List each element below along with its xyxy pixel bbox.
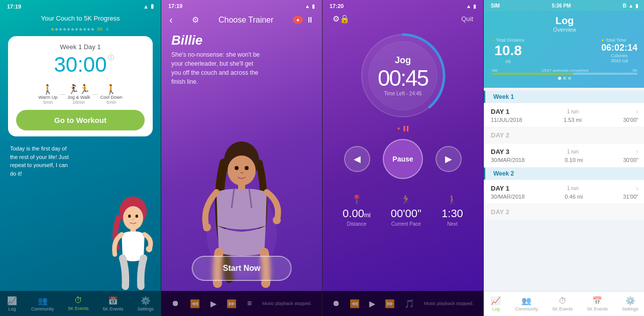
week1-day3-row[interactable]: DAY 3 1 run › 30/MAR/2018 0.10 mi 30'00"	[484, 143, 644, 167]
motivation-text: Today is the first day of the rest of yo…	[0, 139, 80, 183]
calories-label: Calories	[611, 53, 627, 58]
settings-icon-4: ⚙️	[625, 296, 635, 305]
w1d3-label: DAY 3	[491, 148, 509, 155]
plus-button[interactable]: +	[105, 25, 110, 33]
phase-cooldown: 🚶 Cool Down 5min	[100, 84, 122, 105]
ff-icon-3[interactable]: ⏩	[385, 299, 395, 308]
w1d3-chevron: ›	[636, 147, 638, 155]
next-button[interactable]: ▶	[436, 146, 462, 172]
nav4-community[interactable]: 👥 Community	[515, 296, 539, 311]
time-4: 5:36 PM	[552, 3, 571, 9]
w1d1-chevron: ›	[636, 107, 638, 115]
music-bar-2: ⏺ ⏪ ▶ ⏩ ≡ Music playback stopped.	[161, 291, 322, 316]
stat-next: 🚶 1:30 Next	[442, 194, 463, 227]
pause-icon[interactable]: ⏸	[306, 16, 314, 25]
trainer-description: She's no-nonsense: she won't be your che…	[161, 50, 272, 86]
nav-settings-label: Settings	[137, 306, 154, 311]
w1d2-label: DAY 2	[491, 131, 509, 139]
pace-value: 00'00"	[391, 207, 421, 220]
quit-button[interactable]: Quit	[461, 15, 473, 23]
nav-community[interactable]: 👥 Community	[31, 296, 54, 311]
fast-forward-icon[interactable]: ⏩	[227, 299, 237, 308]
status-icons-3: ▲ ▮	[466, 4, 476, 9]
log-icon-4: 📈	[491, 296, 501, 305]
progress-fill	[492, 73, 573, 75]
w1d3-time: 30'00"	[623, 157, 638, 163]
bottom-nav-4: 📈 Log 👥 Community ⏱ 5K Events 📅 5K Event…	[484, 291, 644, 316]
calendar-icon: 📅	[108, 296, 118, 305]
back-button[interactable]: ‹	[169, 14, 173, 26]
play-icon-3[interactable]: ▶	[369, 299, 375, 308]
start-now-button[interactable]: Start Now	[192, 256, 292, 281]
w1d3-details: 30/MAR/2018 0.10 mi 30'00"	[491, 157, 638, 163]
svg-point-2	[128, 215, 131, 218]
pause-button[interactable]: Pause	[383, 139, 423, 179]
wifi-icon-3: ▲	[466, 4, 471, 9]
nav4-5k[interactable]: ⏱ 5K Events	[552, 296, 573, 311]
nav-5k-events[interactable]: ⏱ 5K Events	[68, 296, 88, 311]
prev-button[interactable]: ◀	[344, 146, 370, 172]
w1d1-time: 30'00"	[623, 117, 638, 123]
character-avatar	[100, 191, 161, 291]
rewind-icon-3[interactable]: ⏪	[350, 299, 360, 308]
music-status-3: Music playback stopped.	[424, 301, 474, 306]
record-btn[interactable]: ●	[293, 16, 303, 24]
status-icons-1: ▲ ▮	[143, 3, 154, 10]
timer-icon-4: ⏱	[559, 296, 567, 305]
week1-header: Week 1	[484, 91, 644, 103]
time-col: ● Total Time 06:02:14 Calories 3043 cal	[601, 38, 637, 64]
record-icon-3[interactable]: ⏺	[332, 299, 340, 308]
nav4-settings[interactable]: ⚙️ Settings	[622, 296, 638, 311]
distance-col: ● Total Distance 10.8 mi	[492, 38, 524, 64]
nav-calendar[interactable]: 📅 5K Events	[102, 296, 123, 311]
week2-day2-row[interactable]: DAY 2	[484, 204, 644, 220]
queue-icon-3[interactable]: 🎵	[404, 299, 414, 308]
jog-name: Jog & Walk	[67, 95, 90, 100]
dot-yellow: ●	[601, 38, 604, 43]
jog-label: Jog	[378, 55, 428, 66]
jog-duration: 20min	[67, 100, 90, 105]
workout-list[interactable]: Week 1 DAY 1 1 run › 11/JUL/2018 1.53 mi…	[484, 88, 644, 223]
settings-gear-icon[interactable]: ⚙	[192, 15, 199, 25]
workout-card: Week 1 Day 1 30:00 ⓘ 🚶 Warm Up 5min — 🏃‍…	[8, 36, 153, 136]
go-to-workout-button[interactable]: Go to Workout	[16, 110, 145, 130]
warmup-icon: 🚶	[39, 84, 58, 95]
warmup-duration: 5min	[39, 100, 58, 105]
record-icon[interactable]: ⏺	[171, 299, 179, 308]
w1d1-details: 11/JUL/2018 1.53 mi 30'00"	[491, 117, 638, 123]
progress-start: 0M	[492, 68, 497, 73]
week1-day1-row[interactable]: DAY 1 1 run › 11/JUL/2018 1.53 mi 30'00"	[484, 103, 644, 127]
trainer-name: Billie	[161, 28, 322, 50]
log-title: Log	[492, 15, 637, 27]
queue-icon[interactable]: ≡	[247, 299, 252, 308]
lock-icon[interactable]: 🔒	[340, 14, 350, 24]
progress-text: 15/27 workouts completed	[542, 68, 588, 73]
warmup-name: Warm Up	[39, 95, 58, 100]
dash-2: —	[92, 91, 98, 98]
nav4-log[interactable]: 📈 Log	[491, 296, 501, 311]
battery-icon-3: ▮	[473, 4, 476, 9]
status-bar-2: 17:19 ▲ ▮	[161, 0, 322, 12]
dot-5	[67, 28, 70, 31]
nav4-community-label: Community	[515, 306, 539, 311]
w2d1-time: 31'00"	[623, 194, 638, 200]
w1d1-runs: 1 run	[567, 109, 579, 114]
timer-display: 30:00	[54, 53, 106, 77]
week2-day1-row[interactable]: DAY 1 1 run › 30/MAR/2018 0.46 mi 31'00"	[484, 180, 644, 204]
dot-7	[75, 28, 78, 31]
screen1-title: Your Couch to 5K Progress	[0, 15, 161, 22]
svg-point-8	[228, 155, 256, 186]
next-label: Next	[442, 221, 463, 227]
nav4-calendar[interactable]: 📅 5K Events	[587, 296, 608, 311]
top-icons: ⚙	[192, 15, 199, 25]
play-icon[interactable]: ▶	[210, 299, 217, 308]
rewind-icon[interactable]: ⏪	[190, 299, 200, 308]
stat-pace: 🏃 00'00" Current Pace	[391, 194, 421, 227]
dash-1: —	[59, 91, 65, 98]
nav-log-label: Log	[8, 306, 16, 311]
settings-icon-3[interactable]: ⚙	[333, 14, 340, 24]
nav-settings[interactable]: ⚙️ Settings	[137, 296, 154, 311]
week1-day2-row[interactable]: DAY 2	[484, 127, 644, 143]
wifi-icon: ▲	[143, 4, 149, 10]
nav-log[interactable]: 📈 Log	[7, 296, 17, 311]
